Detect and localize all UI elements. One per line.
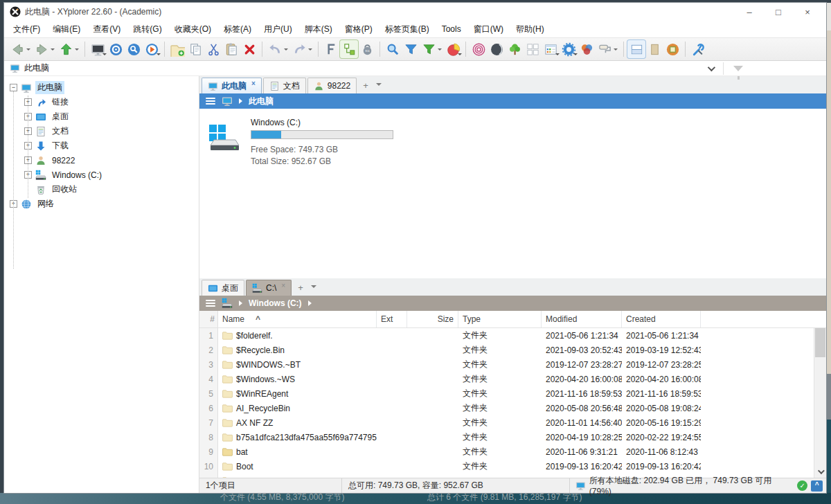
menu-tags[interactable]: 标签(A) (217, 21, 258, 37)
tree-item-downloads[interactable]: + 下载 (4, 138, 199, 153)
split-panes-button[interactable] (627, 40, 645, 58)
tab-desktop[interactable]: 桌面 (202, 280, 244, 296)
menu-go[interactable]: 跳转(G) (127, 21, 168, 37)
table-row[interactable]: 10 Boot 文件夹 2019-09-13 16:20:42 2019-09-… (199, 459, 826, 474)
breadcrumb[interactable]: 此电脑 (24, 62, 49, 74)
new-folder-button[interactable] (168, 40, 186, 58)
new-tab-monitor-button[interactable] (89, 40, 107, 58)
tree-item-recycle-bin[interactable]: 回收站 (4, 182, 199, 197)
column-header-ext[interactable]: Ext (377, 311, 407, 327)
zoom-search-button[interactable] (125, 40, 143, 58)
address-crumb[interactable]: Windows (C:) (249, 298, 302, 308)
folder-tree-button[interactable] (506, 40, 524, 58)
dark-sphere-button[interactable] (488, 40, 506, 58)
preview-circle-button[interactable] (663, 40, 681, 58)
delete-button[interactable] (240, 40, 258, 58)
redo-dropdown-icon[interactable] (308, 48, 312, 53)
tree-item-label[interactable]: 链接 (50, 96, 71, 109)
undo-dropdown-icon[interactable] (284, 48, 288, 53)
column-header-created[interactable]: Created (622, 311, 701, 327)
column-header-modified[interactable]: Modified (542, 311, 622, 327)
table-row[interactable]: 6 AI_RecycleBin 文件夹 2020-05-08 20:56:48 … (199, 401, 826, 415)
menu-favorites[interactable]: 收藏夹(O) (168, 21, 217, 37)
paint-roller-button[interactable] (596, 40, 614, 58)
crumb-arrow-icon[interactable] (239, 300, 242, 306)
forward-button[interactable] (33, 40, 51, 58)
menu-help[interactable]: 帮助(H) (510, 21, 551, 37)
paste-button[interactable] (222, 40, 240, 58)
column-header-size[interactable]: Size (407, 311, 458, 327)
spiral-button[interactable] (470, 40, 488, 58)
tree-item-label[interactable]: Windows (C:) (50, 170, 104, 181)
menu-view[interactable]: 查看(V) (87, 21, 127, 37)
menu-window[interactable]: 窗口(W) (467, 21, 510, 37)
table-row[interactable]: 8 b75a1dfca213dfa475aa55f69a774795 文件夹 2… (199, 430, 826, 444)
close-button[interactable]: × (793, 7, 822, 17)
vertical-scrollbar[interactable] (814, 328, 826, 478)
tree-item-documents[interactable]: + 文档 (4, 124, 199, 138)
hotlist-target-button[interactable] (107, 40, 125, 58)
tab-list-dropdown-icon[interactable] (376, 83, 382, 89)
favorites-f-button[interactable] (322, 40, 340, 58)
tree-item-drive-c[interactable]: + Windows (C:) (4, 168, 199, 182)
menu-user[interactable]: 用户(U) (258, 21, 298, 37)
tree-item-label[interactable]: 文档 (50, 125, 71, 138)
tan-panel-button[interactable] (645, 40, 663, 58)
address-dropdown-icon[interactable] (708, 64, 715, 71)
tree-item-label[interactable]: 网络 (35, 197, 56, 210)
table-row[interactable] (199, 474, 826, 478)
tree-item-label[interactable]: 此电脑 (35, 81, 64, 94)
undo-button[interactable] (266, 40, 284, 58)
up-dropdown-icon[interactable] (75, 48, 79, 53)
scroll-down-icon[interactable] (814, 466, 826, 478)
tab-close-icon[interactable]: × (251, 80, 256, 87)
crumb-arrow-icon[interactable] (308, 300, 312, 306)
tab-close-icon[interactable]: × (281, 282, 285, 289)
details-view-button[interactable] (542, 40, 560, 58)
weight-kg-button[interactable]: KG (358, 40, 376, 58)
address-crumb[interactable]: 此电脑 (249, 96, 274, 107)
tab-drive-c[interactable]: C:\ × (246, 280, 292, 296)
tree-item-label[interactable]: 桌面 (50, 110, 71, 123)
column-header-name[interactable]: Name ^ (218, 311, 377, 327)
tools-wrench-button[interactable] (689, 40, 707, 58)
copy-button[interactable] (186, 40, 204, 58)
pie-report-button[interactable] (444, 40, 462, 58)
tab-user[interactable]: 98222 (307, 78, 357, 93)
tree-item-label[interactable]: 回收站 (50, 183, 79, 196)
paint-roller-dropdown-icon[interactable] (614, 48, 618, 53)
tree-item-user[interactable]: + 98222 (4, 153, 199, 168)
tab-this-pc[interactable]: 此电脑 × (202, 78, 262, 93)
column-header-index[interactable]: # (199, 311, 218, 327)
drive-item-icon[interactable] (208, 118, 241, 278)
tree-item-desktop[interactable]: + 桌面 (4, 109, 199, 124)
settings-badge-button[interactable] (560, 40, 578, 58)
color-filter-button[interactable] (578, 40, 596, 58)
menu-tools[interactable]: Tools (436, 22, 467, 36)
minimize-button[interactable]: – (735, 7, 764, 17)
quick-filter-dropdown-icon[interactable] (438, 48, 442, 53)
forward-dropdown-icon[interactable] (51, 48, 55, 53)
scrollbar-thumb[interactable] (815, 328, 825, 357)
tree-item-label[interactable]: 98222 (50, 155, 77, 166)
column-header-type[interactable]: Type (458, 311, 542, 327)
back-button[interactable] (8, 40, 26, 58)
back-dropdown-icon[interactable] (26, 48, 30, 53)
new-tab-button[interactable]: + (358, 80, 373, 93)
filter-icon[interactable] (733, 66, 743, 71)
table-row[interactable]: 7 AX NF ZZ 文件夹 2020-11-01 14:56:40 2020-… (199, 415, 826, 430)
tab-list-dropdown-icon[interactable] (311, 285, 316, 291)
table-row[interactable]: 5 $WinREAgent 文件夹 2021-11-16 18:59:53 20… (199, 386, 826, 401)
tree-item-network[interactable]: + 网络 (4, 197, 199, 211)
menu-panes[interactable]: 窗格(P) (339, 21, 379, 37)
tree-item-label[interactable]: 下载 (50, 139, 71, 152)
menu-scripting[interactable]: 脚本(S) (298, 21, 339, 37)
menu-hamburger-icon[interactable] (206, 98, 215, 105)
quick-filter-green-button[interactable] (420, 40, 438, 58)
go-button[interactable] (143, 40, 161, 58)
tab-documents[interactable]: 文档 (263, 78, 306, 93)
maximize-button[interactable]: □ (764, 7, 793, 17)
find-files-button[interactable] (384, 40, 402, 58)
crumb-arrow-icon[interactable] (239, 98, 242, 104)
redo-button[interactable] (290, 40, 308, 58)
